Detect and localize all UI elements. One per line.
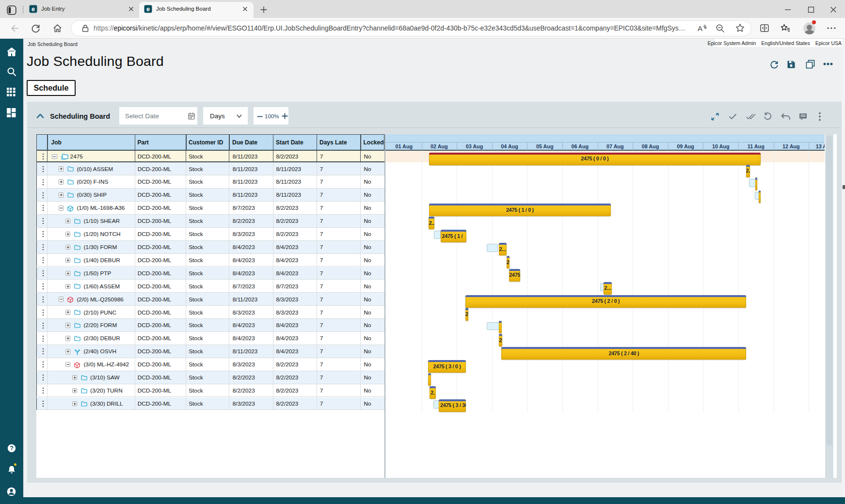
svg-text:?: ? [10,445,14,452]
svg-text:A: A [698,24,702,32]
svg-text:e: e [146,6,150,13]
svg-text:e: e [32,6,35,13]
